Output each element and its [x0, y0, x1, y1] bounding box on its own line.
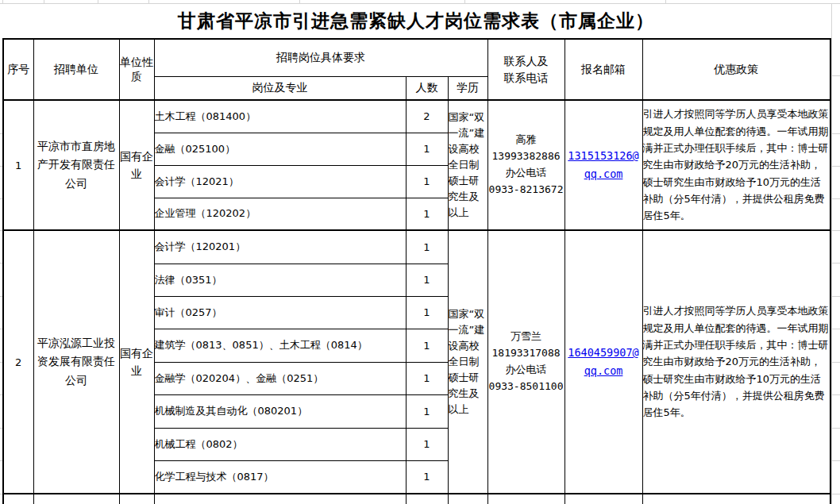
- count-cell[interactable]: 1: [406, 362, 448, 394]
- unit-type-cell[interactable]: 国有企业: [119, 100, 154, 230]
- gridline: [830, 263, 840, 264]
- position-cell[interactable]: 化学工程与技术（0817）: [154, 460, 406, 494]
- gridline: [830, 133, 840, 134]
- contact-office-label: 办公电话: [488, 362, 564, 379]
- policy-cell[interactable]: 引进人才按照同等学历人员享受本地政策规定及用人单位配套的待遇。一年试用期满并正式…: [642, 100, 830, 230]
- count-cell[interactable]: 1: [406, 460, 448, 494]
- position-cell[interactable]: 会计学（120201）: [154, 230, 406, 264]
- count-cell[interactable]: 1: [406, 230, 448, 264]
- email-cell: 1315153126@qq.com: [564, 100, 642, 230]
- education-cell[interactable]: 国家“双一流”建设高校全日制硕士研究生及以上: [448, 230, 487, 494]
- count-cell[interactable]: 1: [406, 264, 448, 296]
- contact-cell[interactable]: 高雅 13993382886 办公电话 0933-8213672: [487, 100, 564, 230]
- position-cell[interactable]: 金融（025100）: [154, 133, 406, 165]
- empty-cell[interactable]: [487, 494, 564, 504]
- gridline: [830, 230, 840, 231]
- recruitment-table: 序号 招聘单位 单位性质 招聘岗位具体要求 联系人及 联系电话 报名邮箱 优惠政…: [2, 38, 831, 504]
- table-row: 2 平凉泓源工业投资发展有限责任公司 国有企业 会计学（120201） 1 国家…: [3, 230, 830, 264]
- email-cell: 1640459907@qq.com: [564, 230, 642, 494]
- seq-cell[interactable]: 1: [3, 100, 33, 230]
- header-position[interactable]: 岗位及专业: [154, 76, 406, 100]
- table-row-partial: [3, 494, 830, 504]
- header-policy[interactable]: 优惠政策: [642, 39, 830, 100]
- gridline: [830, 494, 840, 494]
- gridline: [830, 198, 840, 199]
- position-cell[interactable]: 机械工程（0802）: [154, 428, 406, 460]
- page-title[interactable]: 甘肃省平凉市引进急需紧缺人才岗位需求表（市属企业）: [2, 4, 830, 38]
- contact-name: 高雅: [488, 132, 564, 148]
- header-unit-type[interactable]: 单位性质: [119, 39, 154, 100]
- gridline: [2, 0, 3, 3]
- email-link[interactable]: 1640459907@qq.com: [568, 346, 638, 377]
- spreadsheet-viewport: 甘肃省平凉市引进急需紧缺人才岗位需求表（市属企业） 序号 招聘单位 单位性质 招…: [0, 0, 840, 504]
- empty-cell[interactable]: [642, 494, 830, 504]
- education-cell[interactable]: 国家“双一流”建设高校全日制硕士研究生及以上: [448, 100, 487, 230]
- empty-cell[interactable]: [448, 494, 487, 504]
- header-education[interactable]: 学历: [448, 76, 487, 100]
- position-cell[interactable]: 机械制造及其自动化（080201）: [154, 394, 406, 428]
- header-contact[interactable]: 联系人及 联系电话: [487, 39, 564, 100]
- gridline: [830, 394, 840, 395]
- gridline: [830, 166, 840, 167]
- gridline: [830, 75, 840, 76]
- seq-cell[interactable]: 2: [3, 230, 33, 494]
- gridline: [830, 460, 840, 461]
- empty-cell[interactable]: [119, 494, 154, 504]
- count-cell[interactable]: 1: [406, 198, 448, 230]
- empty-cell[interactable]: [33, 494, 119, 504]
- count-cell[interactable]: 1: [406, 329, 448, 362]
- contact-office-label: 办公电话: [488, 165, 564, 182]
- header-seq[interactable]: 序号: [3, 39, 33, 100]
- position-cell[interactable]: 建筑学（0813、0851）、土木工程（0814）: [154, 329, 406, 362]
- employer-cell[interactable]: 平凉市市直房地产开发有限责任公司: [33, 100, 119, 230]
- position-cell[interactable]: 法律（0351）: [154, 264, 406, 296]
- gridline: [464, 0, 465, 3]
- position-cell[interactable]: 土木工程（081400）: [154, 100, 406, 133]
- count-cell[interactable]: 1: [406, 165, 448, 198]
- count-cell[interactable]: 1: [406, 296, 448, 329]
- contact-name: 万雪兰: [488, 329, 564, 345]
- gridline: [831, 3, 832, 504]
- policy-cell[interactable]: 引进人才按照同等学历人员享受本地政策规定及用人单位配套的待遇。一年试用期满并正式…: [642, 230, 830, 494]
- gridline: [44, 0, 44, 3]
- count-cell[interactable]: 2: [406, 100, 448, 133]
- gridline: [830, 296, 840, 297]
- header-email[interactable]: 报名邮箱: [564, 39, 642, 100]
- empty-cell[interactable]: [564, 494, 642, 504]
- empty-cell[interactable]: [406, 494, 448, 504]
- contact-mobile: 13993382886: [488, 148, 564, 165]
- header-count[interactable]: 人数: [406, 76, 448, 100]
- gridline: [830, 428, 840, 429]
- table-row: 1 平凉市市直房地产开发有限责任公司 国有企业 土木工程（081400） 2 国…: [3, 100, 830, 133]
- gridline: [98, 0, 98, 3]
- gridline: [148, 0, 149, 3]
- position-cell[interactable]: 审计（0257）: [154, 296, 406, 329]
- gridline: [830, 329, 840, 329]
- email-link[interactable]: 1315153126@qq.com: [568, 149, 638, 180]
- position-cell[interactable]: 会计学（12021）: [154, 165, 406, 198]
- position-cell[interactable]: 企业管理（120202）: [154, 198, 406, 230]
- empty-cell[interactable]: [3, 494, 33, 504]
- count-cell[interactable]: 1: [406, 133, 448, 165]
- position-cell[interactable]: 金融学（020204）、金融（0251）: [154, 362, 406, 394]
- employer-cell[interactable]: 平凉泓源工业投资发展有限责任公司: [33, 230, 119, 494]
- contact-cell[interactable]: 万雪兰 18193317088 办公电话 0933-8501100: [487, 230, 564, 494]
- count-cell[interactable]: 1: [406, 394, 448, 428]
- gridline: [665, 0, 666, 3]
- header-row-1: 序号 招聘单位 单位性质 招聘岗位具体要求 联系人及 联系电话 报名邮箱 优惠政…: [3, 39, 830, 76]
- contact-office-phone: 0933-8213672: [488, 182, 564, 198]
- unit-type-cell[interactable]: 国有企业: [119, 230, 154, 494]
- gridline: [299, 0, 300, 3]
- count-cell[interactable]: 1: [406, 428, 448, 460]
- header-requirements-group[interactable]: 招聘岗位具体要求: [154, 39, 487, 76]
- contact-office-phone: 0933-8501100: [488, 379, 564, 395]
- empty-cell[interactable]: [154, 494, 406, 504]
- contact-mobile: 18193317088: [488, 345, 564, 362]
- header-employer[interactable]: 招聘单位: [33, 39, 119, 100]
- gridline: [830, 362, 840, 363]
